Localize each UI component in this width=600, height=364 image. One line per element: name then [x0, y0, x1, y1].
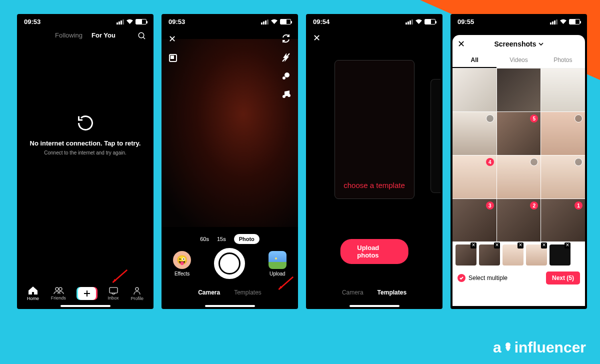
grid-cell[interactable]: 5: [497, 112, 541, 155]
grid-cell[interactable]: [541, 112, 585, 155]
dur-15s[interactable]: 15s: [217, 236, 226, 242]
watermark-text: influencer: [514, 339, 586, 356]
flip-icon[interactable]: [281, 34, 291, 44]
select-circle[interactable]: [574, 114, 582, 122]
nav-friends[interactable]: Friends: [51, 286, 66, 300]
nav-profile[interactable]: Profile: [131, 286, 144, 301]
retry-icon: [76, 114, 94, 132]
next-button[interactable]: Next (5): [546, 272, 580, 284]
album-header: ✕ Screenshots: [452, 35, 585, 53]
bottom-nav: Home Friends Inbox Profile: [17, 284, 154, 304]
grid-cell[interactable]: [452, 68, 496, 112]
duration-row: 60s 15s Photo: [162, 234, 298, 244]
retry-title: No internet connection. Tap to retry.: [17, 140, 154, 147]
tab-for-you[interactable]: For You: [92, 32, 116, 39]
dur-photo[interactable]: Photo: [234, 234, 260, 244]
selected-chip[interactable]: [456, 244, 476, 266]
svg-point-11: [282, 95, 286, 98]
selection-footer: Select multiple Next (5): [452, 268, 585, 286]
svg-rect-7: [171, 56, 174, 58]
selected-chip[interactable]: [526, 244, 547, 266]
selected-chip[interactable]: [479, 244, 500, 266]
home-indicator: [60, 305, 110, 307]
tab-videos[interactable]: Videos: [496, 53, 540, 68]
upload-photos-button[interactable]: Upload photos: [340, 239, 408, 264]
cam-left-col: ✕: [168, 34, 178, 62]
template-preview[interactable]: choose a template: [334, 60, 414, 199]
close-icon[interactable]: ✕: [168, 34, 178, 44]
grid-cell[interactable]: [541, 68, 585, 112]
album-selector[interactable]: Screenshots: [494, 40, 543, 48]
select-badge[interactable]: 2: [530, 202, 538, 210]
select-circle[interactable]: [486, 114, 494, 122]
template-annotation: choose a template: [344, 181, 405, 190]
nav-inbox[interactable]: Inbox: [108, 286, 119, 300]
select-circle[interactable]: [574, 158, 582, 166]
select-badge[interactable]: 1: [574, 202, 582, 210]
mode-camera[interactable]: Camera: [342, 289, 364, 296]
grid-cell[interactable]: 2: [497, 199, 541, 242]
select-multiple-toggle[interactable]: Select multiple: [458, 274, 508, 282]
select-badge[interactable]: 3: [486, 202, 494, 210]
upload-button[interactable]: Upload: [268, 251, 286, 276]
format-icon[interactable]: [168, 54, 178, 62]
mode-templates[interactable]: Templates: [378, 289, 406, 296]
mode-camera[interactable]: Camera: [198, 289, 220, 296]
close-icon[interactable]: ✕: [313, 33, 320, 43]
grid-cell[interactable]: [452, 112, 496, 155]
search-icon[interactable]: [138, 32, 146, 42]
dur-60s[interactable]: 60s: [200, 236, 209, 242]
plus-icon: [84, 290, 90, 297]
grid-cell[interactable]: [541, 156, 585, 198]
signal-icon: [406, 20, 413, 24]
home-indicator: [350, 305, 400, 307]
tab-following[interactable]: Following: [55, 32, 82, 39]
flash-icon[interactable]: [282, 52, 290, 62]
status-icons: [116, 19, 146, 24]
create-button[interactable]: [78, 287, 96, 300]
svg-point-12: [288, 94, 290, 97]
nav-home[interactable]: Home: [27, 286, 39, 301]
tab-all[interactable]: All: [452, 53, 496, 68]
svg-point-13: [275, 258, 277, 260]
retry-block[interactable]: No internet connection. Tap to retry. Co…: [17, 114, 154, 156]
battery-icon: [424, 19, 436, 24]
watermark: a influencer: [493, 339, 586, 356]
nav-profile-label: Profile: [131, 296, 144, 301]
template-next-peek[interactable]: [430, 79, 440, 193]
svg-point-0: [138, 32, 144, 38]
filters-icon[interactable]: [281, 72, 291, 80]
picker-panel: ✕ Screenshots All Videos Photos 5 4: [452, 35, 585, 306]
status-bar: 09:53: [17, 14, 154, 28]
check-icon: [458, 274, 466, 282]
effects-button[interactable]: 😜 Effects: [173, 251, 191, 276]
select-badge[interactable]: 4: [486, 158, 494, 166]
select-circle[interactable]: [530, 158, 538, 166]
battery-icon: [569, 19, 580, 24]
close-icon[interactable]: ✕: [458, 38, 465, 50]
music-icon[interactable]: [282, 90, 290, 98]
status-time: 09:54: [313, 18, 330, 26]
svg-point-9: [284, 72, 290, 78]
home-icon: [28, 286, 38, 295]
wifi-icon: [560, 19, 567, 24]
tab-photos[interactable]: Photos: [541, 53, 585, 68]
inbox-icon: [108, 286, 118, 294]
svg-point-2: [56, 288, 58, 290]
select-badge[interactable]: 5: [530, 114, 538, 122]
grid-cell[interactable]: 4: [452, 156, 496, 198]
svg-rect-4: [110, 288, 118, 293]
svg-point-14: [506, 342, 510, 348]
selected-chip[interactable]: [502, 244, 524, 266]
selected-chip[interactable]: [550, 244, 570, 266]
home-indicator: [205, 305, 255, 307]
shutter-button[interactable]: [214, 248, 245, 279]
photo-grid: 5 4 3 2 1: [452, 68, 585, 242]
grid-cell[interactable]: 3: [452, 199, 496, 242]
grid-cell[interactable]: [497, 156, 541, 198]
camera-top-controls: ✕: [162, 28, 298, 104]
grid-cell[interactable]: [497, 68, 541, 112]
mode-templates[interactable]: Templates: [234, 289, 262, 296]
grid-cell[interactable]: 1: [541, 199, 585, 242]
mode-row: Camera Templates: [306, 289, 442, 296]
